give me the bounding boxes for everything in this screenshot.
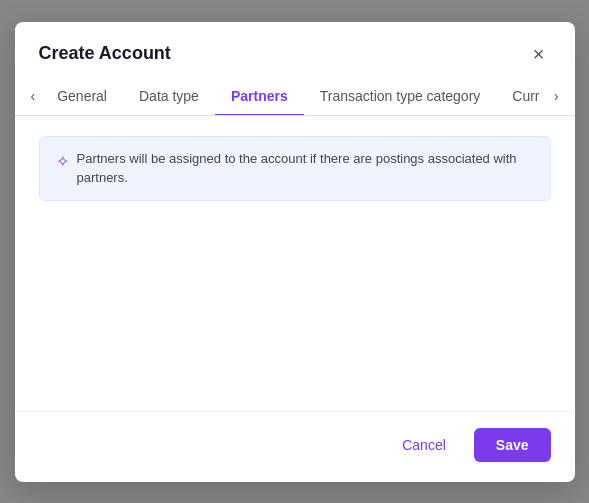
modal-footer: Cancel Save: [15, 411, 575, 482]
modal-title: Create Account: [39, 43, 171, 64]
create-account-modal: Create Account × ‹ General Data type Par…: [15, 22, 575, 482]
tab-curr[interactable]: Curr: [496, 78, 548, 115]
tabs-wrapper: ‹ General Data type Partners Transaction…: [15, 78, 575, 116]
info-banner-text: Partners will be assigned to the account…: [77, 149, 534, 188]
tab-partners[interactable]: Partners: [215, 78, 304, 115]
close-button[interactable]: ×: [527, 42, 551, 66]
modal-overlay: Create Account × ‹ General Data type Par…: [0, 0, 589, 503]
tab-scroll-next-button[interactable]: ›: [548, 84, 565, 108]
tab-general[interactable]: General: [41, 78, 123, 115]
save-button[interactable]: Save: [474, 428, 551, 462]
modal-header: Create Account ×: [15, 22, 575, 66]
info-icon: ✧: [56, 150, 69, 174]
tabs-list: General Data type Partners Transaction t…: [41, 78, 548, 115]
tab-data-type[interactable]: Data type: [123, 78, 215, 115]
tab-scroll-prev-button[interactable]: ‹: [25, 84, 42, 108]
cancel-button[interactable]: Cancel: [386, 429, 462, 461]
modal-body: ✧ Partners will be assigned to the accou…: [15, 116, 575, 411]
tab-transaction-type-category[interactable]: Transaction type category: [304, 78, 497, 115]
info-banner: ✧ Partners will be assigned to the accou…: [39, 136, 551, 201]
